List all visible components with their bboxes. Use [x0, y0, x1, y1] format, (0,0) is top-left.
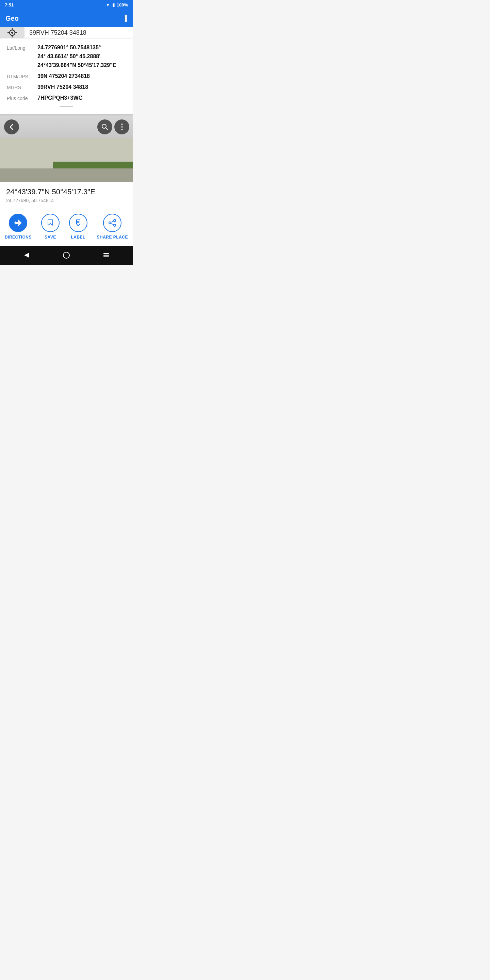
save-icon	[46, 218, 55, 227]
lat-long-row: Lat/Long 24.7276901° 50.7548135° 24° 43.…	[7, 45, 126, 68]
svg-point-20	[63, 252, 69, 258]
save-label: SAVE	[45, 235, 56, 240]
utm-row: UTM/UPS 39N 475204 2734818	[7, 73, 126, 79]
more-options-button[interactable]	[124, 14, 127, 22]
nav-recent-button[interactable]	[99, 248, 113, 262]
search-icon	[101, 123, 108, 130]
main-coordinates: 24°43'39.7"N 50°45'17.3"E	[6, 188, 127, 196]
svg-point-16	[109, 222, 111, 224]
back-arrow-icon	[8, 123, 15, 130]
lat-long-dms2: 24°43'39.684"N 50°45'17.329"E	[37, 62, 126, 68]
plus-code-value: 7HPGPQH3+3WG	[37, 95, 126, 101]
label-circle	[69, 214, 88, 232]
nav-back-icon	[23, 251, 30, 259]
status-bar: 7:51 ▼ ▮ 100%	[0, 0, 133, 10]
lat-long-label: Lat/Long	[7, 45, 37, 51]
image-more-button[interactable]	[115, 119, 129, 134]
nav-home-button[interactable]	[60, 248, 73, 262]
status-icons: ▼ ▮ 100%	[105, 2, 128, 8]
search-button[interactable]	[97, 119, 112, 134]
search-input[interactable]	[24, 27, 133, 38]
nav-recent-icon	[102, 251, 110, 259]
lat-long-dms1: 24° 43.6614' 50° 45.2888'	[37, 53, 126, 60]
directions-icon	[14, 218, 22, 227]
drag-handle[interactable]	[60, 106, 73, 107]
share-place-label: SHARE PLACE	[97, 235, 128, 240]
plus-code-row: Plus code 7HPGPQH3+3WG	[7, 95, 126, 101]
svg-point-10	[121, 129, 123, 130]
app-title: Geo	[5, 14, 19, 22]
svg-line-18	[111, 224, 114, 225]
utm-value: 39N 475204 2734818	[37, 73, 126, 79]
svg-point-9	[121, 126, 123, 127]
nav-bar	[0, 246, 133, 265]
save-button[interactable]: SAVE	[41, 214, 60, 240]
save-circle	[41, 214, 60, 232]
svg-point-14	[114, 220, 116, 221]
svg-rect-23	[103, 256, 109, 258]
nav-back-button[interactable]	[20, 248, 33, 262]
label-label: LABEL	[71, 235, 86, 240]
place-info: 24°43'39.7"N 50°45'17.3"E 24.727690, 50.…	[0, 182, 133, 210]
share-place-button[interactable]: SHARE PLACE	[97, 214, 128, 240]
directions-button[interactable]: DIRECTIONS	[5, 214, 32, 240]
sub-coordinates: 24.727690, 50.754814	[6, 198, 127, 203]
nav-home-icon	[63, 251, 70, 259]
svg-marker-19	[24, 253, 29, 258]
share-circle	[103, 214, 121, 232]
battery-icon: ▮	[112, 2, 115, 8]
utm-label: UTM/UPS	[7, 73, 37, 79]
share-icon	[108, 218, 117, 227]
mgrs-label: MGRS	[7, 84, 37, 90]
crosshair-icon	[7, 27, 18, 38]
battery-percent: 100%	[117, 2, 128, 8]
time: 7:51	[5, 2, 14, 8]
label-button[interactable]: LABEL	[69, 214, 88, 240]
svg-line-17	[111, 221, 114, 223]
location-button[interactable]	[0, 27, 24, 38]
svg-rect-21	[103, 253, 109, 254]
back-button[interactable]	[4, 119, 19, 134]
svg-point-8	[121, 124, 123, 125]
directions-label: DIRECTIONS	[5, 235, 32, 240]
street-view-section	[0, 114, 133, 182]
mgrs-value: 39RVH 75204 34818	[37, 84, 126, 90]
search-bar	[0, 27, 133, 38]
plus-code-label: Plus code	[7, 95, 37, 101]
label-icon	[74, 218, 83, 227]
lat-long-values: 24.7276901° 50.7548135° 24° 43.6614' 50°…	[37, 45, 126, 68]
mgrs-row: MGRS 39RVH 75204 34818	[7, 84, 126, 90]
lat-long-decimal: 24.7276901° 50.7548135°	[37, 45, 126, 51]
svg-point-15	[114, 224, 116, 226]
svg-line-7	[106, 128, 108, 130]
app-bar: Geo	[0, 10, 133, 27]
svg-point-1	[11, 32, 13, 34]
svg-rect-22	[103, 255, 109, 256]
action-bar: DIRECTIONS SAVE LABEL	[0, 210, 133, 246]
coordinate-panel: Lat/Long 24.7276901° 50.7548135° 24° 43.…	[0, 38, 133, 114]
more-vertical-icon	[121, 123, 123, 130]
wifi-icon: ▼	[105, 2, 110, 8]
directions-circle	[9, 214, 27, 232]
